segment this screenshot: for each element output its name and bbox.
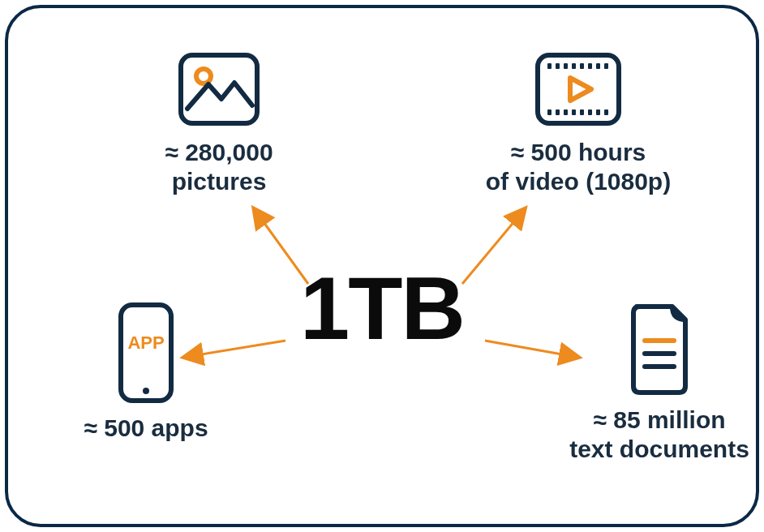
diagram-card: ≈ 280,000 pictures ≈ 500 hours of video … [5,5,759,527]
svg-line-25 [255,211,308,284]
svg-line-27 [187,341,285,357]
svg-line-26 [462,211,523,284]
arrow-to-pictures [8,8,762,530]
svg-line-28 [485,341,576,357]
